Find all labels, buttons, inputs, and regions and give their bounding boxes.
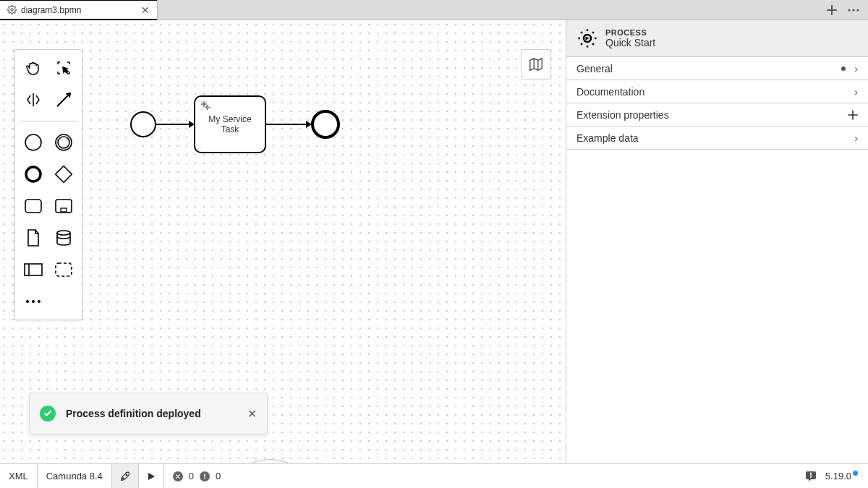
status-engine[interactable]: Camunda 8.4 bbox=[38, 464, 112, 488]
svg-point-2 bbox=[852, 9, 854, 11]
splitter-handle[interactable] bbox=[248, 458, 292, 463]
status-xml-toggle[interactable]: XML bbox=[0, 464, 38, 488]
status-engine-label: Camunda 8.4 bbox=[46, 471, 103, 481]
subprocess-expanded-tool[interactable] bbox=[51, 194, 76, 218]
task-tool[interactable] bbox=[21, 194, 46, 218]
participant-tool[interactable] bbox=[21, 257, 46, 282]
plus-icon[interactable] bbox=[848, 110, 858, 120]
process-gear-play-icon bbox=[576, 27, 598, 49]
global-connect-tool[interactable] bbox=[51, 87, 76, 112]
svg-point-0 bbox=[11, 9, 13, 11]
svg-point-16 bbox=[26, 300, 29, 303]
properties-header: PROCESS Quick Start bbox=[566, 20, 868, 57]
svg-rect-15 bbox=[56, 263, 72, 276]
svg-point-22 bbox=[126, 474, 127, 476]
props-row-documentation[interactable]: Documentation › bbox=[566, 80, 868, 103]
warnings-icon bbox=[200, 471, 210, 481]
start-event-tool[interactable] bbox=[21, 130, 46, 155]
data-object-tool[interactable] bbox=[21, 226, 46, 250]
sequence-flow[interactable] bbox=[266, 124, 311, 125]
lasso-tool[interactable] bbox=[51, 56, 76, 80]
status-xml-label: XML bbox=[9, 471, 28, 481]
chevron-right-icon: › bbox=[854, 86, 858, 98]
properties-panel: PROCESS Quick Start General › Documentat… bbox=[566, 20, 868, 463]
start-event[interactable] bbox=[130, 111, 156, 137]
more-tools[interactable] bbox=[21, 289, 46, 314]
task-label-line1: My Service bbox=[208, 114, 251, 124]
errors-count: 0 bbox=[189, 471, 194, 481]
toast-message: Process definition deployed bbox=[66, 408, 237, 419]
svg-point-12 bbox=[57, 231, 70, 235]
deploy-button[interactable] bbox=[112, 464, 139, 488]
more-icon[interactable] bbox=[846, 3, 861, 17]
end-event-tool[interactable] bbox=[21, 162, 46, 187]
group-tool[interactable] bbox=[51, 257, 76, 282]
minimap-button[interactable] bbox=[521, 49, 551, 80]
start-instance-button[interactable] bbox=[139, 464, 164, 488]
toast-close-icon[interactable]: ✕ bbox=[247, 407, 257, 421]
gear-icon bbox=[7, 5, 17, 14]
properties-type-label: PROCESS bbox=[605, 28, 655, 37]
diagram-canvas[interactable]: My Service Task Process definition deplo… bbox=[0, 20, 566, 463]
new-tab-button[interactable] bbox=[825, 3, 839, 17]
intermediate-event-tool[interactable] bbox=[51, 130, 76, 155]
gateway-tool[interactable] bbox=[51, 162, 76, 187]
svg-point-6 bbox=[58, 137, 69, 148]
svg-point-20 bbox=[206, 106, 208, 108]
props-row-general[interactable]: General › bbox=[566, 57, 868, 80]
svg-point-17 bbox=[32, 300, 35, 303]
svg-rect-8 bbox=[56, 166, 72, 183]
deploy-toast: Process definition deployed ✕ bbox=[29, 393, 268, 435]
status-bar: XML Camunda 8.4 0 0 5.19.0 bbox=[0, 463, 868, 488]
svg-rect-13 bbox=[25, 264, 42, 275]
svg-point-19 bbox=[203, 103, 205, 106]
props-row-extension-properties[interactable]: Extension properties bbox=[566, 103, 868, 127]
errors-icon bbox=[173, 471, 183, 481]
svg-point-3 bbox=[856, 9, 859, 11]
tab-title: diagram3.bpmn bbox=[21, 5, 137, 15]
service-task[interactable]: My Service Task bbox=[194, 95, 266, 153]
sequence-flow[interactable] bbox=[156, 124, 194, 125]
close-icon[interactable]: ✕ bbox=[141, 4, 150, 16]
props-row-label: Documentation bbox=[576, 86, 644, 98]
warnings-count: 0 bbox=[216, 471, 221, 481]
svg-point-7 bbox=[26, 167, 41, 181]
problems-indicator[interactable]: 0 0 bbox=[164, 464, 229, 488]
svg-point-1 bbox=[848, 9, 850, 11]
end-event[interactable] bbox=[311, 110, 340, 139]
svg-point-4 bbox=[25, 134, 41, 150]
svg-point-25 bbox=[810, 476, 812, 478]
chevron-right-icon: › bbox=[854, 132, 858, 144]
space-tool[interactable] bbox=[21, 87, 46, 112]
svg-point-23 bbox=[204, 477, 205, 479]
feedback-icon[interactable] bbox=[805, 471, 817, 482]
hand-tool[interactable] bbox=[21, 56, 46, 80]
svg-point-18 bbox=[38, 300, 41, 303]
version-label[interactable]: 5.19.0 bbox=[825, 471, 858, 481]
props-row-label: Example data bbox=[576, 132, 639, 144]
data-store-tool[interactable] bbox=[51, 226, 76, 250]
task-label-line2: Task bbox=[221, 124, 239, 134]
modified-dot-icon bbox=[841, 67, 846, 71]
props-row-example-data[interactable]: Example data › bbox=[566, 127, 868, 150]
chevron-right-icon: › bbox=[854, 63, 858, 74]
svg-rect-9 bbox=[25, 200, 41, 213]
main-area: My Service Task Process definition deplo… bbox=[0, 20, 868, 463]
properties-name: Quick Start bbox=[605, 37, 655, 48]
tab-diagram[interactable]: diagram3.bpmn ✕ bbox=[0, 0, 158, 20]
tool-palette bbox=[14, 49, 82, 320]
svg-rect-10 bbox=[56, 200, 72, 213]
props-row-label: General bbox=[576, 63, 613, 74]
svg-rect-11 bbox=[61, 208, 67, 212]
service-task-icon bbox=[200, 100, 211, 111]
props-row-label: Extension properties bbox=[576, 109, 669, 121]
update-available-dot-icon bbox=[853, 471, 858, 476]
tab-bar: diagram3.bpmn ✕ bbox=[0, 0, 868, 20]
success-check-icon bbox=[40, 406, 56, 421]
